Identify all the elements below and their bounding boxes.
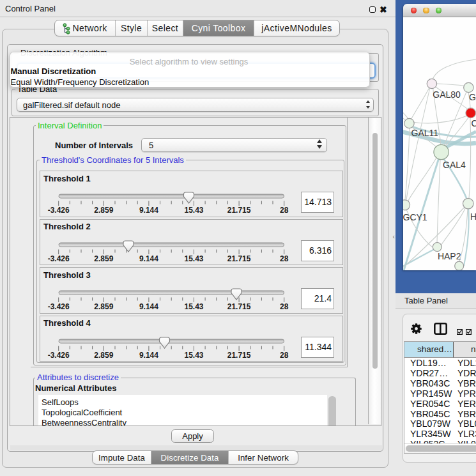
svg-text:GAL11: GAL11	[411, 128, 439, 138]
svg-text:GAL4: GAL4	[443, 160, 466, 170]
svg-text:9.144: 9.144	[139, 302, 158, 311]
svg-text:15.43: 15.43	[184, 350, 203, 359]
svg-text:2.859: 2.859	[94, 254, 113, 263]
svg-text:HI: HI	[470, 211, 476, 222]
svg-text:21.715: 21.715	[227, 350, 251, 359]
svg-text:-3.426: -3.426	[48, 254, 70, 263]
svg-text:-3.426: -3.426	[48, 206, 70, 215]
svg-text:28: 28	[280, 254, 289, 263]
svg-text:28: 28	[280, 302, 289, 311]
svg-text:-3.426: -3.426	[48, 350, 70, 359]
svg-text:28: 28	[280, 350, 289, 359]
svg-text:2.859: 2.859	[94, 350, 113, 359]
svg-text:15.43: 15.43	[184, 254, 203, 263]
svg-text:CY: CY	[472, 118, 476, 128]
svg-text:HAP2: HAP2	[438, 251, 461, 261]
svg-text:15.43: 15.43	[184, 206, 203, 215]
svg-text:21.715: 21.715	[227, 254, 251, 263]
svg-text:28: 28	[280, 206, 289, 215]
svg-text:9.144: 9.144	[139, 350, 158, 359]
svg-text:GAL: GAL	[469, 92, 476, 102]
svg-text:GAL80: GAL80	[433, 89, 461, 100]
svg-text:GCY1: GCY1	[403, 212, 427, 222]
svg-text:15.43: 15.43	[184, 302, 203, 311]
svg-text:21.715: 21.715	[227, 302, 251, 311]
svg-text:9.144: 9.144	[139, 206, 158, 215]
svg-text:2.859: 2.859	[94, 302, 113, 311]
svg-text:21.715: 21.715	[227, 206, 251, 215]
svg-text:2.859: 2.859	[94, 206, 113, 215]
svg-text:9.144: 9.144	[139, 254, 158, 263]
svg-text:-3.426: -3.426	[48, 302, 70, 311]
